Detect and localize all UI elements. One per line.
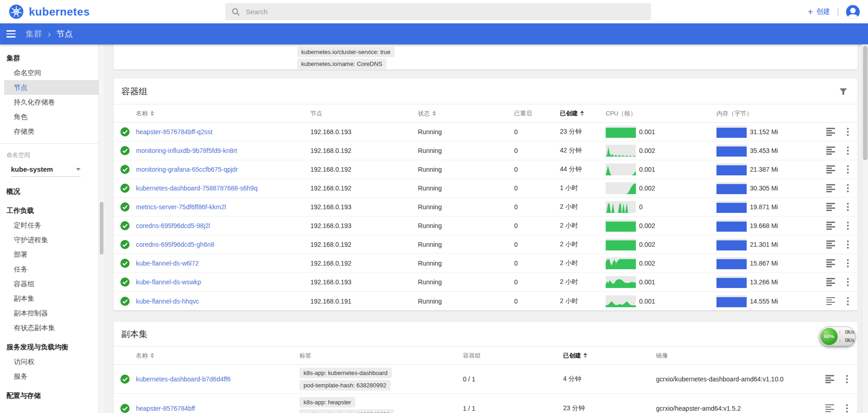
pod-node: 192.168.0.192 bbox=[310, 260, 418, 267]
sidebar-item-storage-classes[interactable]: 存储类 bbox=[0, 124, 98, 139]
filter-icon[interactable] bbox=[839, 88, 847, 95]
column-header-1[interactable]: 名称 bbox=[136, 352, 299, 360]
pod-name-link[interactable]: kube-flannel-ds-hhqvc bbox=[136, 298, 199, 305]
kebab-menu-icon[interactable] bbox=[847, 259, 849, 267]
sidebar-scrollbar[interactable] bbox=[98, 44, 104, 413]
column-header-4[interactable]: 已创建 bbox=[563, 352, 656, 360]
memory-sparkline-chart bbox=[716, 257, 747, 269]
cpu-value: 0 bbox=[639, 203, 643, 211]
pod-name-link[interactable]: kube-flannel-ds-w6l72 bbox=[136, 260, 199, 267]
kebab-menu-icon[interactable] bbox=[847, 240, 849, 249]
logs-icon[interactable] bbox=[826, 240, 835, 249]
user-avatar-icon[interactable] bbox=[846, 5, 860, 19]
kebab-menu-icon[interactable] bbox=[847, 128, 849, 136]
sidebar-header-discovery: 服务发现与负载均衡 bbox=[0, 340, 98, 354]
replicaset-pods-count: 1 / 1 bbox=[463, 405, 563, 412]
cpu-value: 0.001 bbox=[639, 128, 655, 136]
column-label: 状态 bbox=[418, 109, 430, 118]
sidebar-item-deployments[interactable]: 部署 bbox=[0, 247, 98, 262]
pod-name-link[interactable]: coredns-695f96dcd5-gh6n8 bbox=[136, 241, 214, 248]
cpu-sparkline-chart bbox=[606, 295, 636, 307]
kebab-menu-icon[interactable] bbox=[847, 222, 849, 230]
column-label: 已创建 bbox=[563, 352, 581, 360]
sidebar-item-overview[interactable]: 概况 bbox=[0, 184, 98, 199]
kebab-menu-icon[interactable] bbox=[846, 375, 848, 383]
logs-icon[interactable] bbox=[826, 128, 835, 136]
sidebar-item-namespaces[interactable]: 命名空间 bbox=[0, 65, 98, 80]
search-input[interactable] bbox=[246, 8, 612, 16]
kubernetes-logo[interactable]: kubernetes bbox=[9, 5, 90, 19]
memory-value: 19.668 Mi bbox=[750, 222, 778, 229]
page-scrollbar[interactable] bbox=[862, 44, 868, 413]
pod-restarts: 0 bbox=[514, 185, 560, 192]
memory-value: 30.305 Mi bbox=[750, 185, 778, 192]
pod-name-link[interactable]: kubernetes-dashboard-7588787688-s6h9q bbox=[136, 185, 257, 192]
cpu-sparkline-chart bbox=[606, 201, 636, 213]
table-row: kube-flannel-ds-wswkp192.168.0.193Runnin… bbox=[114, 273, 857, 292]
status-ok-icon bbox=[120, 239, 130, 250]
memory-sparkline-chart bbox=[716, 126, 747, 138]
kebab-menu-icon[interactable] bbox=[847, 278, 849, 286]
sidebar-item-pods[interactable]: 容器组 bbox=[0, 277, 98, 291]
sidebar-item-roles[interactable]: 角色 bbox=[0, 109, 98, 124]
logs-icon[interactable] bbox=[826, 203, 835, 211]
memory-sparkline bbox=[716, 145, 747, 157]
replicaset-age: 4 分钟 bbox=[563, 375, 656, 383]
pod-name-link[interactable]: coredns-695f96dcd5-98j2l bbox=[136, 222, 210, 229]
sidebar-item-persistent-volumes[interactable]: 持久化存储卷 bbox=[0, 95, 98, 109]
sidebar-item-jobs[interactable]: 任务 bbox=[0, 262, 98, 277]
memory-sparkline-chart bbox=[716, 276, 747, 288]
pod-name-link[interactable]: monitoring-influxdb-9b78f5fd9-kn8rt bbox=[136, 147, 237, 154]
pod-name-link[interactable]: heapster-8576784bff-q2sst bbox=[136, 128, 212, 136]
logs-icon[interactable] bbox=[826, 184, 835, 192]
sidebar-item-stateful-sets[interactable]: 有状态副本集 bbox=[0, 321, 98, 335]
logs-icon[interactable] bbox=[825, 375, 834, 383]
column-header-5[interactable]: 已创建 bbox=[560, 109, 606, 118]
page-scrollbar-thumb[interactable] bbox=[863, 46, 868, 160]
pod-name-link[interactable]: metrics-server-75df6ff86f-kkm2l bbox=[136, 203, 226, 211]
replicaset-name-link[interactable]: heapster-8576784bff bbox=[136, 405, 195, 412]
kebab-menu-icon[interactable] bbox=[847, 165, 849, 174]
logs-icon[interactable] bbox=[826, 259, 835, 267]
sidebar-item-ingresses[interactable]: 访问权 bbox=[0, 354, 98, 369]
logs-icon[interactable] bbox=[826, 147, 835, 155]
kebab-menu-icon[interactable] bbox=[847, 297, 849, 305]
sidebar-item-replication-controllers[interactable]: 副本控制器 bbox=[0, 306, 98, 321]
network-monitor-widget[interactable]: 60% ↑ 0K/s ↓ 0K/s bbox=[819, 326, 856, 346]
cpu-sparkline bbox=[606, 295, 636, 307]
column-header-1[interactable]: 名称 bbox=[136, 109, 310, 118]
memory-sparkline bbox=[716, 276, 747, 288]
pod-name-link[interactable]: monitoring-grafana-65ccfb675-qpjdr bbox=[136, 166, 238, 173]
logs-icon[interactable] bbox=[826, 165, 835, 174]
pod-status: Running bbox=[418, 260, 514, 267]
create-button[interactable]: + 创建 bbox=[808, 7, 830, 16]
sidebar-item-services[interactable]: 服务 bbox=[0, 369, 98, 384]
sidebar-item-daemon-sets[interactable]: 守护进程集 bbox=[0, 233, 98, 247]
kebab-menu-icon[interactable] bbox=[847, 203, 849, 211]
namespace-select[interactable]: kube-system bbox=[11, 162, 81, 177]
pod-restarts: 0 bbox=[514, 298, 560, 305]
sort-arrows-icon bbox=[583, 353, 587, 359]
pod-name-link[interactable]: kube-flannel-ds-wswkp bbox=[136, 278, 201, 286]
memory-value: 13.266 Mi bbox=[750, 278, 778, 286]
search-bar[interactable] bbox=[225, 3, 651, 20]
sidebar-scrollbar-thumb[interactable] bbox=[100, 202, 103, 255]
memory-value: 21.301 Mi bbox=[750, 241, 778, 248]
kebab-menu-icon[interactable] bbox=[847, 147, 849, 155]
column-header-3[interactable]: 状态 bbox=[418, 109, 514, 118]
replicaset-name-link[interactable]: kubernetes-dashboard-b7d6d4ff6 bbox=[136, 375, 231, 383]
sidebar-item-cron-jobs[interactable]: 定时任务 bbox=[0, 218, 98, 233]
logs-icon[interactable] bbox=[825, 404, 834, 413]
menu-icon[interactable] bbox=[6, 30, 16, 38]
kebab-menu-icon[interactable] bbox=[847, 184, 849, 192]
column-header-6: CPU（核） bbox=[606, 109, 716, 118]
memory-value: 19.871 Mi bbox=[750, 203, 778, 211]
logs-icon[interactable] bbox=[826, 278, 835, 286]
logs-icon[interactable] bbox=[826, 297, 835, 305]
sidebar-item-replica-sets[interactable]: 副本集 bbox=[0, 291, 98, 306]
kebab-menu-icon[interactable] bbox=[846, 404, 848, 413]
logs-icon[interactable] bbox=[826, 222, 835, 230]
breadcrumb-section[interactable]: 集群 bbox=[26, 28, 42, 39]
sidebar-item-nodes[interactable]: 节点 bbox=[4, 80, 98, 95]
sort-arrows-icon bbox=[150, 353, 154, 359]
